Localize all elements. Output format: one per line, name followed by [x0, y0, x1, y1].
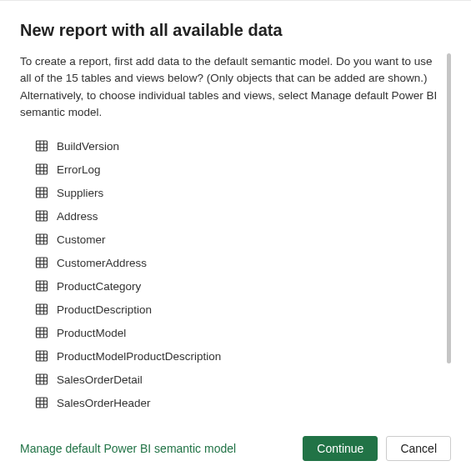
table-item-label: Customer	[57, 233, 106, 246]
table-item[interactable]: ProductModelProductDescription	[35, 344, 451, 368]
table-item[interactable]: BuildVersion	[35, 134, 451, 158]
table-item[interactable]: SalesOrderDetail	[35, 368, 451, 391]
table-icon	[35, 349, 48, 363]
dialog-description: To create a report, first add data to th…	[20, 53, 451, 121]
continue-button[interactable]: Continue	[303, 436, 378, 461]
table-item-label: Address	[57, 210, 98, 223]
table-icon	[35, 303, 48, 316]
svg-rect-25	[37, 258, 48, 268]
table-item[interactable]: Suppliers	[35, 181, 451, 204]
table-icon	[35, 326, 48, 339]
svg-rect-35	[37, 304, 48, 314]
table-item-label: ProductDescription	[57, 303, 152, 316]
table-icon	[35, 209, 48, 223]
table-item[interactable]: ProductCategory	[35, 274, 451, 298]
svg-rect-10	[37, 188, 48, 198]
table-item[interactable]: ProductDescription	[35, 298, 451, 321]
table-item-label: ProductModel	[57, 327, 126, 339]
dialog-body: To create a report, first add data to th…	[20, 53, 451, 424]
svg-rect-30	[37, 281, 48, 291]
table-item[interactable]: Address	[35, 204, 451, 228]
table-item-label: Suppliers	[57, 187, 103, 199]
table-icon	[35, 186, 48, 199]
table-item-label: SalesOrderHeader	[57, 397, 151, 409]
svg-rect-55	[37, 398, 48, 408]
table-icon	[35, 373, 48, 386]
table-item-label: ErrorLog	[57, 163, 101, 176]
svg-rect-40	[37, 328, 48, 338]
table-item-label: BuildVersion	[57, 140, 119, 153]
table-icon	[35, 279, 48, 293]
scrollbar-thumb[interactable]	[447, 53, 451, 363]
table-item[interactable]: CustomerAddress	[35, 251, 451, 274]
scrollbar-track[interactable]	[447, 53, 451, 380]
table-icon	[35, 139, 48, 153]
table-item-label: ProductModelProductDescription	[57, 350, 221, 363]
table-item[interactable]: SalesOrderHeader	[35, 391, 451, 414]
table-item-label: SalesOrderDetail	[57, 373, 143, 386]
svg-rect-20	[37, 234, 48, 244]
table-icon	[35, 163, 48, 176]
table-icon	[35, 396, 48, 409]
table-item[interactable]: ErrorLog	[35, 158, 451, 181]
svg-rect-15	[37, 211, 48, 221]
table-item[interactable]: ProductModel	[35, 321, 451, 344]
new-report-dialog: New report with all available data To cr…	[0, 0, 471, 476]
svg-rect-5	[37, 164, 48, 174]
table-item[interactable]: Customer	[35, 228, 451, 251]
table-icon	[35, 233, 48, 246]
table-list: BuildVersion ErrorLog Suppliers Address …	[20, 134, 451, 414]
cancel-button[interactable]: Cancel	[386, 436, 451, 461]
manage-semantic-model-link[interactable]: Manage default Power BI semantic model	[20, 442, 294, 455]
dialog-title: New report with all available data	[20, 21, 451, 40]
table-icon	[35, 256, 48, 269]
svg-rect-45	[37, 351, 48, 361]
dialog-footer: Manage default Power BI semantic model C…	[20, 424, 451, 476]
svg-rect-50	[37, 374, 48, 384]
svg-rect-0	[37, 141, 48, 151]
table-item-label: CustomerAddress	[57, 257, 147, 269]
table-item-label: ProductCategory	[57, 280, 141, 293]
